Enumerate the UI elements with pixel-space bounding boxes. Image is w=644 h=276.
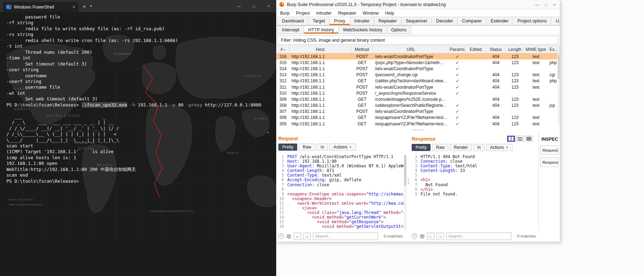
tab-websockets-history[interactable]: WebSockets history [339, 26, 387, 34]
table-row[interactable]: 310http://192.168.1.1POST/_async/AsyncRe… [276, 90, 560, 96]
tab-dashboard[interactable]: Dashboard [277, 17, 308, 25]
close-button[interactable]: × [553, 2, 556, 7]
response-tab-newline[interactable]: \n [473, 144, 485, 151]
map-caption: Miller Cylindrical Projection [9, 203, 43, 206]
previous-match-button[interactable]: ← [427, 233, 434, 240]
tab-sequencer[interactable]: Sequencer [401, 17, 432, 25]
help-icon[interactable]: ? [278, 233, 284, 239]
column-header-length[interactable]: Length [506, 46, 524, 53]
tab-dropdown-icon[interactable]: ▾ [90, 4, 92, 8]
tab-comparer[interactable]: Comparer [458, 17, 486, 25]
chevron-down-icon: ▼ [506, 146, 509, 149]
request-search-input[interactable] [313, 233, 378, 240]
vertical-splitter[interactable] [407, 132, 409, 230]
menu-help[interactable]: Help [382, 11, 397, 16]
editor-bottom-bars: ? ← → 0 matches ? ← → 0 matches [276, 230, 541, 242]
response-search-input[interactable] [446, 233, 511, 240]
table-row[interactable]: 307http://192.168.1.1POST/wls-wsat/Coord… [276, 109, 560, 115]
layout-single-button[interactable] [525, 136, 533, 142]
inspector-section-request-attributes[interactable]: Request att... [540, 145, 558, 155]
terminal-tab-powershell[interactable]: >_ Windows PowerShell × [3, 2, 78, 12]
previous-match-button[interactable]: ← [294, 233, 301, 240]
filter-bar[interactable]: Filter: Hiding CSS, image and general bi… [278, 36, 558, 45]
response-title: Response [412, 136, 436, 142]
column-header-params[interactable]: Params [449, 46, 466, 53]
response-tab-pretty[interactable]: Pretty [412, 144, 431, 151]
gear-icon[interactable] [286, 234, 292, 239]
menu-project[interactable]: Project [293, 11, 313, 16]
column-header-extension[interactable]: Ex... [548, 46, 560, 53]
maximize-button[interactable]: □ [246, 0, 261, 12]
tab-intercept[interactable]: Intercept [277, 26, 304, 34]
column-header-mime-type[interactable]: MIME type [524, 46, 548, 53]
column-header-number[interactable]: #▾ [276, 46, 290, 53]
table-row[interactable]: 316http://192.168.1.1POST/wls-wsat/Coord… [276, 53, 560, 59]
table-header: #▾ Host Method URL Params Edited Status … [276, 46, 560, 53]
layout-columns-button[interactable] [507, 136, 515, 142]
next-match-button[interactable]: → [303, 233, 311, 240]
response-tab-raw[interactable]: Raw [432, 144, 448, 151]
menu-repeater[interactable]: Repeater [335, 11, 359, 16]
column-header-url[interactable]: URL [373, 46, 449, 53]
table-row[interactable]: 315http://192.168.1.1GET/jsrpc.php?type=… [276, 59, 560, 66]
table-scrollbar[interactable] [557, 53, 560, 127]
table-row[interactable]: 311http://192.168.1.1POST/wls-wsat/Coord… [276, 84, 560, 90]
table-row[interactable]: 305http://192.168.1.1GET/wxjsapi/saveYZJ… [276, 121, 560, 127]
table-row[interactable]: 308http://192.168.1.1GET/uddiexplorer/Se… [276, 103, 560, 109]
maximize-button[interactable]: □ [545, 2, 547, 7]
table-row[interactable]: 312http://192.168.1.1GET/zabbix.php?acti… [276, 78, 560, 84]
column-header-status[interactable]: Status [486, 46, 506, 53]
tab-options[interactable]: Options [387, 26, 411, 34]
tab-decoder[interactable]: Decoder [432, 17, 458, 25]
layout-rows-button[interactable] [516, 136, 524, 142]
request-scrollbar[interactable] [404, 155, 407, 230]
chevron-down-icon: ▼ [349, 146, 352, 149]
response-tab-render[interactable]: Render [450, 144, 472, 151]
message-editors: Request Pretty Raw \n Actions▼ 1POST /wl… [276, 132, 560, 230]
response-actions-button[interactable]: Actions▼ [486, 144, 512, 151]
table-row[interactable]: 314http://192.168.1.1POST/wls-wsat/Coord… [276, 66, 560, 72]
next-match-button[interactable]: → [437, 233, 444, 240]
horizontal-splitter[interactable] [276, 127, 560, 132]
new-tab-button[interactable]: + [83, 3, 86, 9]
menu-bar: Burp Project Intruder Repeater Window He… [276, 9, 560, 17]
tab-proxy[interactable]: Proxy [330, 17, 350, 25]
menu-intruder[interactable]: Intruder [313, 11, 335, 16]
tab-extender[interactable]: Extender [486, 17, 513, 25]
tab-close-icon[interactable]: × [72, 4, 75, 10]
request-tab-raw[interactable]: Raw [299, 144, 315, 151]
table-row[interactable]: 309http://192.168.1.1GET/console/images/… [276, 96, 560, 102]
minimize-button[interactable]: — [535, 2, 539, 7]
tab-http-history[interactable]: HTTP history [304, 26, 339, 34]
filter-text: Filter: Hiding CSS, image and general bi… [281, 38, 385, 43]
response-editor-tabs: Pretty Raw Render \n Actions▼ [412, 144, 536, 151]
request-code: 1POST /wls-wsat/CoordinatorPortType HTTP… [278, 155, 406, 230]
table-row[interactable]: 306http://192.168.1.1GET/wxjsapi/saveYZJ… [276, 115, 560, 121]
close-button[interactable]: × [261, 0, 276, 12]
fscan-scan-output: scan start (ICMP) Target '192.168.1.1' i… [6, 143, 276, 184]
tab-target[interactable]: Target [308, 17, 330, 25]
table-row[interactable]: 313http://192.168.1.1POST/password_chang… [276, 72, 560, 78]
menu-window[interactable]: Window [360, 11, 382, 16]
help-icon[interactable]: ? [412, 233, 417, 239]
minimize-button[interactable]: — [231, 0, 246, 12]
column-header-method[interactable]: Method [351, 46, 373, 53]
gear-icon[interactable] [419, 234, 425, 239]
tab-intruder[interactable]: Intruder [350, 17, 374, 25]
request-actions-button[interactable]: Actions▼ [329, 144, 356, 151]
tab-user-options[interactable]: U... [551, 17, 560, 25]
powershell-icon: >_ [6, 5, 11, 9]
sort-arrow-icon: ▾ [284, 48, 285, 51]
inspector-title: INSPECT... [541, 137, 558, 142]
inspector-section-response[interactable]: Response... [540, 157, 558, 167]
request-tab-newline[interactable]: \n [316, 144, 328, 151]
request-editor-tabs: Pretty Raw \n Actions▼ [278, 144, 405, 151]
column-header-host[interactable]: Host [290, 46, 351, 53]
request-match-count: 0 matches [384, 234, 403, 238]
request-tab-pretty[interactable]: Pretty [278, 144, 297, 151]
http-history-rows: 316http://192.168.1.1POST/wls-wsat/Coord… [276, 53, 560, 127]
tab-repeater[interactable]: Repeater [374, 17, 401, 25]
column-header-edited[interactable]: Edited [466, 46, 486, 53]
menu-burp[interactable]: Burp [277, 11, 293, 16]
tab-project-options[interactable]: Project options [513, 17, 552, 25]
